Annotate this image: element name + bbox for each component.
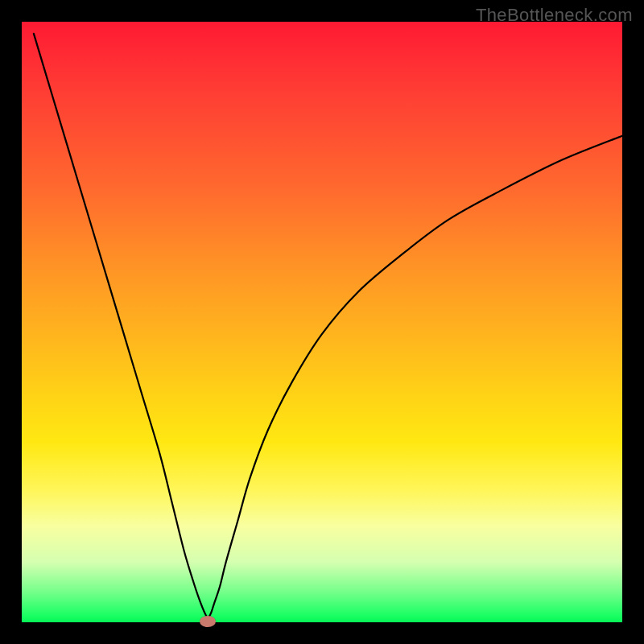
- chart-curve: [34, 34, 622, 617]
- plot-area: [22, 22, 622, 622]
- line-chart: [22, 22, 622, 622]
- chart-frame: TheBottleneck.com: [0, 0, 644, 644]
- chart-marker-dot: [200, 616, 216, 627]
- watermark-text: TheBottleneck.com: [476, 5, 633, 26]
